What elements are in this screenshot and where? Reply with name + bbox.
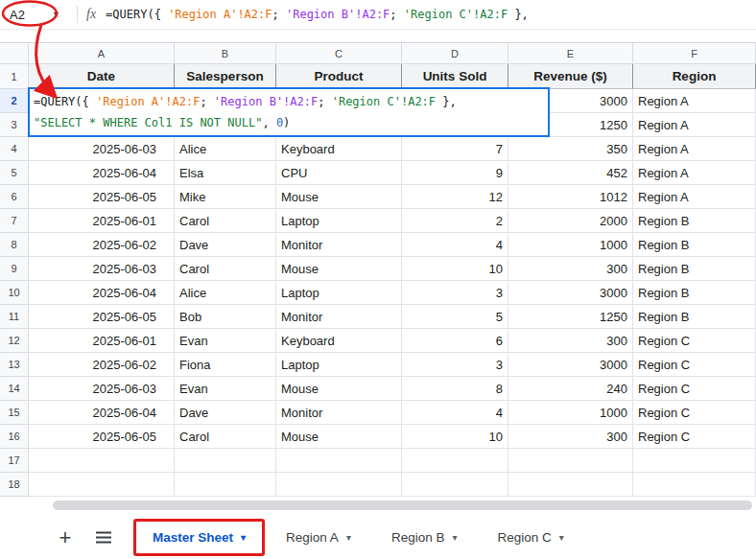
cell[interactable]: 2025-06-02 <box>29 233 175 257</box>
cell[interactable]: Dave <box>175 233 276 257</box>
row-header-2[interactable]: 2 <box>0 89 29 113</box>
cell[interactable]: 1000 <box>508 233 633 257</box>
tab-region-c[interactable]: Region C ▾ <box>484 524 576 551</box>
cell[interactable]: Mouse <box>276 425 402 449</box>
row-header-11[interactable]: 11 <box>0 305 29 329</box>
cell[interactable]: 3000 <box>508 353 633 377</box>
cell[interactable]: Mouse <box>276 257 402 281</box>
column-header-F[interactable]: F <box>633 43 756 64</box>
cell[interactable]: 7 <box>402 137 508 161</box>
cell[interactable]: Carol <box>175 425 276 449</box>
cell[interactable]: Region A <box>633 89 756 113</box>
row-header-12[interactable]: 12 <box>0 329 29 353</box>
row-header-17[interactable]: 17 <box>0 449 29 473</box>
cell[interactable]: Region C <box>633 401 756 425</box>
row-header-15[interactable]: 15 <box>0 401 29 425</box>
row-header-4[interactable]: 4 <box>0 137 29 161</box>
cell[interactable]: Mouse <box>276 377 402 401</box>
row-header-1[interactable]: 1 <box>0 64 29 89</box>
row-header-14[interactable]: 14 <box>0 377 29 401</box>
cell[interactable] <box>402 473 508 497</box>
cell[interactable]: 2025-06-04 <box>29 281 175 305</box>
row-header-6[interactable]: 6 <box>0 185 29 209</box>
column-header-E[interactable]: E <box>508 43 633 64</box>
horizontal-scrollbar[interactable] <box>53 501 752 510</box>
cell[interactable]: Carol <box>175 209 276 233</box>
cell[interactable]: 3 <box>402 281 508 305</box>
cell[interactable]: CPU <box>276 161 402 185</box>
cell[interactable]: 10 <box>402 257 508 281</box>
row-header-13[interactable]: 13 <box>0 353 29 377</box>
cell[interactable]: Region C <box>633 377 756 401</box>
cell[interactable]: Evan <box>175 329 276 353</box>
cell[interactable]: 300 <box>508 257 633 281</box>
cell[interactable]: 300 <box>508 425 633 449</box>
formula-input[interactable]: =QUERY({ 'Region A'!A2:F; 'Region B'!A2:… <box>106 8 529 21</box>
cell[interactable]: Region A <box>633 137 756 161</box>
cell[interactable]: 2025-06-03 <box>29 257 175 281</box>
cell[interactable]: Region C <box>633 425 756 449</box>
cell[interactable] <box>508 473 633 497</box>
cell[interactable] <box>633 449 756 473</box>
cell[interactable]: Laptop <box>276 281 402 305</box>
row-header-7[interactable]: 7 <box>0 209 29 233</box>
cell[interactable]: Keyboard <box>276 137 402 161</box>
cell-editor-overlay[interactable]: =QUERY({ 'Region A'!A2:F; 'Region B'!A2:… <box>28 87 550 137</box>
cell[interactable]: 2025-06-05 <box>29 185 175 209</box>
cell[interactable]: Region B <box>633 257 756 281</box>
cell[interactable] <box>29 449 175 473</box>
column-header-A[interactable]: A <box>29 43 175 64</box>
cell[interactable]: 4 <box>402 233 508 257</box>
cell[interactable]: 2025-06-01 <box>29 329 175 353</box>
row-header-9[interactable]: 9 <box>0 257 29 281</box>
cell[interactable]: Alice <box>175 281 276 305</box>
column-header-C[interactable]: C <box>276 43 402 64</box>
cell[interactable]: Region C <box>633 353 756 377</box>
cell[interactable]: 2025-06-05 <box>29 425 175 449</box>
all-sheets-menu-button[interactable] <box>96 531 111 544</box>
select-all-corner[interactable] <box>0 43 29 64</box>
cell[interactable]: Region A <box>633 161 756 185</box>
cell[interactable]: 300 <box>508 329 633 353</box>
cell[interactable]: Mike <box>175 185 276 209</box>
cell[interactable]: Region A <box>633 185 756 209</box>
cell[interactable] <box>633 473 756 497</box>
cell[interactable]: 3000 <box>508 281 633 305</box>
tab-dropdown-icon[interactable]: ▾ <box>559 532 564 543</box>
cell[interactable]: Region C <box>633 329 756 353</box>
cell[interactable]: 6 <box>402 329 508 353</box>
cell[interactable]: 2000 <box>508 209 633 233</box>
cell[interactable]: Evan <box>175 377 276 401</box>
cell[interactable] <box>276 473 402 497</box>
cell[interactable]: Keyboard <box>276 329 402 353</box>
cell[interactable]: Alice <box>175 137 276 161</box>
tab-dropdown-icon[interactable]: ▾ <box>346 532 351 543</box>
cell[interactable]: Region B <box>633 281 756 305</box>
cell[interactable]: Mouse <box>276 185 402 209</box>
cell[interactable] <box>29 473 175 497</box>
tab-region-b[interactable]: Region B ▾ <box>379 524 470 551</box>
cell[interactable]: Carol <box>175 257 276 281</box>
cell[interactable]: 3 <box>402 353 508 377</box>
cell[interactable] <box>175 449 276 473</box>
cell[interactable]: Region B <box>633 233 756 257</box>
cell[interactable]: 1000 <box>508 401 633 425</box>
cell[interactable]: 2025-06-01 <box>29 209 175 233</box>
cell[interactable]: Laptop <box>276 353 402 377</box>
cell[interactable]: Region B <box>633 209 756 233</box>
cell[interactable]: Laptop <box>276 209 402 233</box>
cell[interactable]: 9 <box>402 161 508 185</box>
tab-region-a[interactable]: Region A ▾ <box>273 524 364 551</box>
cell[interactable]: Bob <box>175 305 276 329</box>
cell[interactable]: Dave <box>175 401 276 425</box>
tab-master-sheet[interactable]: Master Sheet ▾ <box>140 524 258 551</box>
cell[interactable]: 1250 <box>508 305 633 329</box>
cell[interactable]: 350 <box>508 137 633 161</box>
cell[interactable]: 2025-06-03 <box>29 377 175 401</box>
tab-dropdown-icon[interactable]: ▾ <box>241 532 246 543</box>
name-box-dropdown-icon[interactable]: ▼ <box>52 10 60 19</box>
cell[interactable]: 5 <box>402 305 508 329</box>
cell[interactable] <box>508 449 633 473</box>
cell[interactable] <box>276 449 402 473</box>
row-header-3[interactable]: 3 <box>0 113 29 137</box>
